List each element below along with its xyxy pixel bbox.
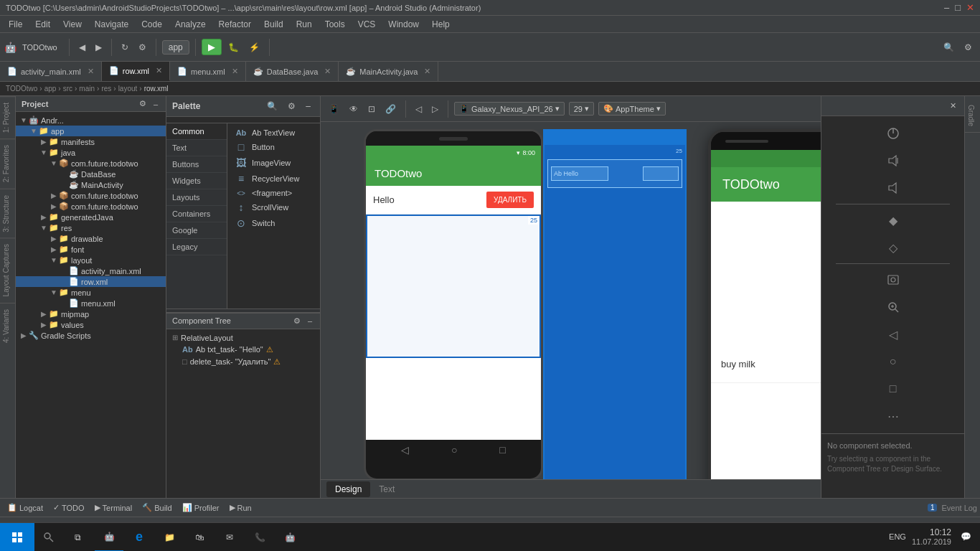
close-right-panel-btn[interactable]: ✕ [946, 99, 960, 113]
power-btn[interactable] [882, 122, 905, 145]
more-btn[interactable]: ⋯ [882, 405, 905, 428]
comp-tree-hide-btn[interactable]: – [306, 316, 314, 326]
gear-icon[interactable]: ⚙ [137, 99, 149, 108]
search-btn[interactable]: 🔍 [940, 40, 958, 55]
menu-item-window[interactable]: Window [382, 18, 425, 31]
home-device-btn[interactable]: ○ [882, 350, 905, 373]
tree-item-layout[interactable]: ▼ 📁 layout [16, 255, 166, 265]
build-btn[interactable]: 🔨 Build [138, 501, 176, 514]
zoom-in-btn[interactable] [882, 296, 905, 319]
design-constraint-btn[interactable]: 🔗 [382, 102, 400, 116]
tree-item-android[interactable]: ▼ 🤖 Andr... [16, 115, 166, 126]
tree-item-res[interactable]: ▼ 📁 res [16, 222, 166, 233]
palette-close-btn[interactable]: – [302, 99, 314, 113]
text-tab[interactable]: Text [370, 481, 403, 497]
sync-btn[interactable]: ↻ [118, 40, 132, 55]
menu-item-navigate[interactable]: Navigate [89, 18, 134, 31]
debug-btn[interactable]: 🐛 [225, 40, 242, 55]
settings2-btn[interactable]: ⚙ [961, 40, 976, 55]
comp-tree-settings-btn[interactable]: ⚙ [291, 316, 303, 326]
pan-left-btn[interactable]: ◁ [412, 102, 425, 116]
palette-item-switch[interactable]: ⊙ Switch [230, 215, 317, 231]
close-btn[interactable]: ✕ [966, 2, 974, 13]
project-tab[interactable]: 1: Project [0, 96, 15, 138]
back-device-btn[interactable]: ◁ [882, 323, 905, 346]
tree-item-gradle[interactable]: ▶ 🔧 Gradle Scripts [16, 330, 166, 341]
menu-item-tools[interactable]: Tools [319, 18, 351, 31]
cat-google[interactable]: Google [166, 222, 227, 239]
palette-item-button[interactable]: □ Button [230, 139, 317, 155]
menu-item-help[interactable]: Help [426, 18, 456, 31]
menu-item-code[interactable]: Code [136, 18, 168, 31]
cat-buttons[interactable]: Buttons [166, 156, 227, 173]
explorer-taskbar[interactable]: 📁 [155, 523, 184, 552]
event-log-label[interactable]: Event Log [941, 504, 977, 512]
menu-item-file[interactable]: File [3, 18, 28, 31]
menu-item-vcs[interactable]: VCS [352, 18, 382, 31]
edge-taskbar[interactable]: e [125, 523, 154, 552]
tab-close-0[interactable]: ✕ [88, 67, 94, 76]
comp-relativelayout[interactable]: ⊞ RelativeLayout [172, 332, 314, 344]
cat-text[interactable]: Text [166, 140, 227, 156]
maximize-btn[interactable]: □ [955, 2, 961, 13]
tree-item-package2[interactable]: ▶ 📦 com.future.todotwo [16, 190, 166, 201]
pan-right-btn[interactable]: ▷ [428, 102, 442, 116]
tab-menu-xml[interactable]: 📄menu.xml✕ [170, 62, 246, 81]
variants-tab[interactable]: 4: Variants [0, 303, 15, 349]
palette-item-textview[interactable]: Ab Ab TextView [230, 126, 317, 139]
android-studio-taskbar[interactable]: 🤖 [95, 523, 123, 552]
menu-item-analyze[interactable]: Analyze [169, 18, 212, 31]
cat-layouts[interactable]: Layouts [166, 189, 227, 206]
tree-item-manifests[interactable]: ▶ 📁 manifests [16, 136, 166, 147]
palette-settings-btn[interactable]: ⚙ [284, 99, 299, 113]
profile-btn[interactable]: ⚡ [245, 40, 263, 55]
menu-item-run[interactable]: Run [291, 18, 318, 31]
notification-btn[interactable]: 💬 [957, 528, 974, 545]
screenshot-btn[interactable] [882, 268, 905, 291]
palette-item-imageview[interactable]: 🖼 ImageView [230, 155, 317, 171]
tab-MainActivity-java[interactable]: ☕MainActivity.java✕ [339, 62, 438, 81]
overview-device-btn[interactable]: □ [882, 377, 905, 400]
run-btn[interactable]: ▶ [202, 39, 222, 55]
store-taskbar[interactable]: 🛍 [185, 523, 214, 552]
tree-item-generatedjava[interactable]: ▶ 📁 generatedJava [16, 212, 166, 222]
menu-item-view[interactable]: View [57, 18, 88, 31]
volume-down-btn[interactable] [882, 176, 905, 199]
theme-selector[interactable]: 🎨 AppTheme ▾ [598, 102, 666, 116]
menu-item-edit[interactable]: Edit [29, 18, 56, 31]
structure-tab[interactable]: 3: Structure [0, 189, 15, 238]
scale-btn[interactable]: ◇ [882, 236, 905, 259]
rotate-btn[interactable]: ◆ [882, 209, 905, 232]
design-orientation-btn[interactable]: 📱 [325, 102, 343, 116]
profiler-btn[interactable]: 📊 Profiler [178, 501, 224, 514]
tree-item-mainactivity[interactable]: ☕ MainActivity [16, 179, 166, 190]
tree-item-activity-main-xml[interactable]: 📄 activity_main.xml [16, 265, 166, 276]
menu-item-refactor[interactable]: Refactor [213, 18, 257, 31]
cat-containers[interactable]: Containers [166, 206, 227, 222]
palette-search-btn[interactable]: 🔍 [263, 99, 281, 113]
forward-btn[interactable]: ▶ [92, 40, 105, 55]
tree-item-package3[interactable]: ▶ 📦 com.future.todotwo [16, 201, 166, 212]
palette-item-recyclerview[interactable]: ≡ RecyclerView [230, 171, 317, 187]
tab-DataBase-java[interactable]: ☕DataBase.java✕ [246, 62, 339, 81]
android-taskbar[interactable]: 🤖 [275, 523, 304, 552]
tree-item-package1[interactable]: ▼ 📦 com.future.todotwo [16, 158, 166, 169]
tree-item-values[interactable]: ▶ 📁 values [16, 319, 166, 330]
phone-taskbar[interactable]: 📞 [245, 523, 274, 552]
comp-txt-task[interactable]: Ab Ab txt_task- "Hello" ⚠ [172, 344, 314, 356]
tab-close-2[interactable]: ✕ [232, 67, 238, 76]
cat-widgets[interactable]: Widgets [166, 173, 227, 189]
tree-item-java[interactable]: ▼ 📁 java [16, 147, 166, 158]
mail-taskbar[interactable]: ✉ [215, 523, 244, 552]
tree-item-menu-folder[interactable]: ▼ 📁 menu [16, 287, 166, 298]
app-selector[interactable]: app [162, 40, 189, 55]
design-eye-btn[interactable]: 👁 [346, 102, 362, 116]
device-selector[interactable]: 📱 Galaxy_Nexus_API_26 ▾ [454, 102, 565, 116]
logcat-btn[interactable]: 📋 Logcat [3, 501, 47, 514]
tree-item-mipmap[interactable]: ▶ 📁 mipmap [16, 309, 166, 319]
cat-legacy[interactable]: Legacy [166, 239, 227, 255]
hide-panel-btn[interactable]: – [151, 99, 160, 108]
cat-common[interactable]: Common [166, 123, 227, 140]
search-taskbar-btn[interactable] [34, 523, 63, 552]
tab-close-3[interactable]: ✕ [324, 67, 331, 76]
